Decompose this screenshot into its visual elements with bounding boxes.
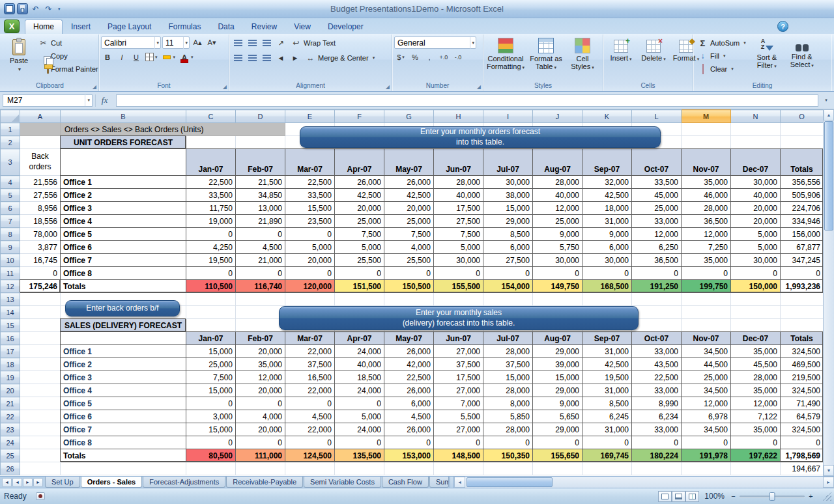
sheet-tab-sum[interactable]: Sum xyxy=(429,477,449,488)
cell-G25[interactable]: 153,000 xyxy=(384,449,434,462)
ribbon-tab-home[interactable]: Home xyxy=(25,20,63,34)
month-header-sales-Oct-07[interactable]: Oct-07 xyxy=(632,332,682,345)
month-header-May-07[interactable]: May-07 xyxy=(384,149,434,176)
cell-H24[interactable]: 0 xyxy=(434,436,483,449)
cell-J7[interactable]: 25,000 xyxy=(533,215,582,228)
office-label-sales-24[interactable]: Office 8 xyxy=(61,436,186,449)
office-label-sales-21[interactable]: Office 5 xyxy=(61,397,186,410)
office-label-sales-23[interactable]: Office 7 xyxy=(61,423,186,436)
orders-table-title[interactable]: UNIT ORDERS FORECAST xyxy=(61,136,186,149)
cell-F6[interactable]: 20,000 xyxy=(335,202,384,215)
cell-N2[interactable] xyxy=(731,136,781,149)
column-header-I[interactable]: I xyxy=(483,110,533,123)
month-header-sales-Jan-07[interactable]: Jan-07 xyxy=(186,332,236,345)
cell-B26[interactable] xyxy=(61,462,186,475)
undo-button[interactable]: ↶ xyxy=(30,3,41,14)
ribbon-tab-page-layout[interactable]: Page Layout xyxy=(99,20,160,34)
increase-decimal-button[interactable]: +.0 xyxy=(437,51,450,63)
cell-D22[interactable]: 4,000 xyxy=(236,410,285,423)
office-label-sales-17[interactable]: Office 1 xyxy=(61,345,186,358)
scroll-down-button[interactable]: ▼ xyxy=(824,465,834,476)
cell-F25[interactable]: 135,500 xyxy=(335,449,384,462)
cell-N17[interactable]: 35,000 xyxy=(731,345,781,358)
cell-L4[interactable]: 33,500 xyxy=(632,176,682,189)
month-header-Sep-07[interactable]: Sep-07 xyxy=(582,149,632,176)
cell-I6[interactable]: 15,000 xyxy=(483,202,533,215)
comma-style-button[interactable]: , xyxy=(423,51,436,63)
find-select-button[interactable]: Find & Select▾ xyxy=(785,36,819,69)
cell-K18[interactable]: 42,500 xyxy=(582,358,632,371)
cell-O23[interactable]: 324,500 xyxy=(781,423,824,436)
cell-D5[interactable]: 34,850 xyxy=(236,189,285,202)
cell-E20[interactable]: 22,000 xyxy=(285,384,335,397)
row-header-2[interactable]: 2 xyxy=(1,136,20,149)
cell-E8[interactable]: 0 xyxy=(285,228,335,241)
align-middle-button[interactable] xyxy=(246,37,259,49)
ribbon-tab-insert[interactable]: Insert xyxy=(63,20,99,34)
office-label-8[interactable]: Office 5 xyxy=(61,228,186,241)
cell-A16[interactable] xyxy=(20,332,61,345)
month-header-Oct-07[interactable]: Oct-07 xyxy=(632,149,682,176)
row-header-22[interactable]: 22 xyxy=(1,410,20,423)
cell-J13[interactable] xyxy=(533,293,582,306)
cell-K17[interactable]: 31,000 xyxy=(582,345,632,358)
month-header-Nov-07[interactable]: Nov-07 xyxy=(682,149,731,176)
increase-indent-button[interactable]: ► xyxy=(289,52,302,64)
cell-J25[interactable]: 155,650 xyxy=(533,449,582,462)
cell-I19[interactable]: 15,000 xyxy=(483,371,533,384)
cut-button[interactable]: ✂Cut xyxy=(36,36,101,49)
fill-button[interactable]: ↓Fill▾ xyxy=(695,49,749,63)
cell-H21[interactable]: 7,000 xyxy=(434,397,483,410)
font-dialog-launcher-icon[interactable]: ◢ xyxy=(223,85,227,90)
cell-E24[interactable]: 0 xyxy=(285,436,335,449)
clipboard-dialog-launcher-icon[interactable]: ◢ xyxy=(93,85,96,90)
cell-N14[interactable] xyxy=(731,306,781,319)
month-header-sales-Feb-07[interactable]: Feb-07 xyxy=(236,332,285,345)
office-label-6[interactable]: Office 3 xyxy=(61,202,186,215)
cell-J18[interactable]: 39,000 xyxy=(533,358,582,371)
column-header-E[interactable]: E xyxy=(285,110,335,123)
office-button[interactable]: X xyxy=(4,20,20,33)
cell-F21[interactable]: 0 xyxy=(335,397,384,410)
cell-D19[interactable]: 12,000 xyxy=(236,371,285,384)
cell-I25[interactable]: 150,350 xyxy=(483,449,533,462)
cell-E21[interactable]: 0 xyxy=(285,397,335,410)
alignment-dialog-launcher-icon[interactable]: ◢ xyxy=(386,85,390,90)
cell-I4[interactable]: 30,000 xyxy=(483,176,533,189)
align-right-button[interactable] xyxy=(260,52,273,64)
cell-G21[interactable]: 6,000 xyxy=(384,397,434,410)
cell-I20[interactable]: 28,000 xyxy=(483,384,533,397)
cell-K7[interactable]: 31,000 xyxy=(582,215,632,228)
cell-C20[interactable]: 15,000 xyxy=(186,384,236,397)
cell-E17[interactable]: 22,000 xyxy=(285,345,335,358)
cell-O19[interactable]: 219,500 xyxy=(781,371,824,384)
cell-C9[interactable]: 4,250 xyxy=(186,241,236,254)
percent-style-button[interactable]: % xyxy=(409,51,422,63)
cell-N26[interactable] xyxy=(731,462,781,475)
cell-I13[interactable] xyxy=(483,293,533,306)
cell-I8[interactable]: 8,500 xyxy=(483,228,533,241)
cell-D21[interactable]: 0 xyxy=(236,397,285,410)
cell-K22[interactable]: 6,245 xyxy=(582,410,632,423)
sheet-tab-set-up[interactable]: Set Up xyxy=(45,477,80,488)
cell-O14[interactable] xyxy=(781,306,824,319)
cell-M19[interactable]: 25,000 xyxy=(682,371,731,384)
cell-L21[interactable]: 8,990 xyxy=(632,397,682,410)
cell-H12[interactable]: 155,500 xyxy=(434,280,483,293)
row-header-26[interactable]: 26 xyxy=(1,462,20,475)
cell-C5[interactable]: 33,500 xyxy=(186,189,236,202)
row-header-7[interactable]: 7 xyxy=(1,215,20,228)
cell-I18[interactable]: 37,500 xyxy=(483,358,533,371)
row-header-5[interactable]: 5 xyxy=(1,189,20,202)
cell-H13[interactable] xyxy=(434,293,483,306)
last-sheet-button[interactable]: ► xyxy=(33,478,43,487)
cell-C18[interactable]: 25,000 xyxy=(186,358,236,371)
cell-D6[interactable]: 13,000 xyxy=(236,202,285,215)
cell-C13[interactable] xyxy=(186,293,236,306)
cell-I21[interactable]: 8,000 xyxy=(483,397,533,410)
save-button[interactable] xyxy=(17,3,28,14)
cell-L10[interactable]: 36,500 xyxy=(632,254,682,267)
sales-table-title[interactable]: SALES (DELIVERY) FORECAST xyxy=(61,319,186,332)
cell-J20[interactable]: 29,000 xyxy=(533,384,582,397)
cell-F22[interactable]: 5,000 xyxy=(335,410,384,423)
